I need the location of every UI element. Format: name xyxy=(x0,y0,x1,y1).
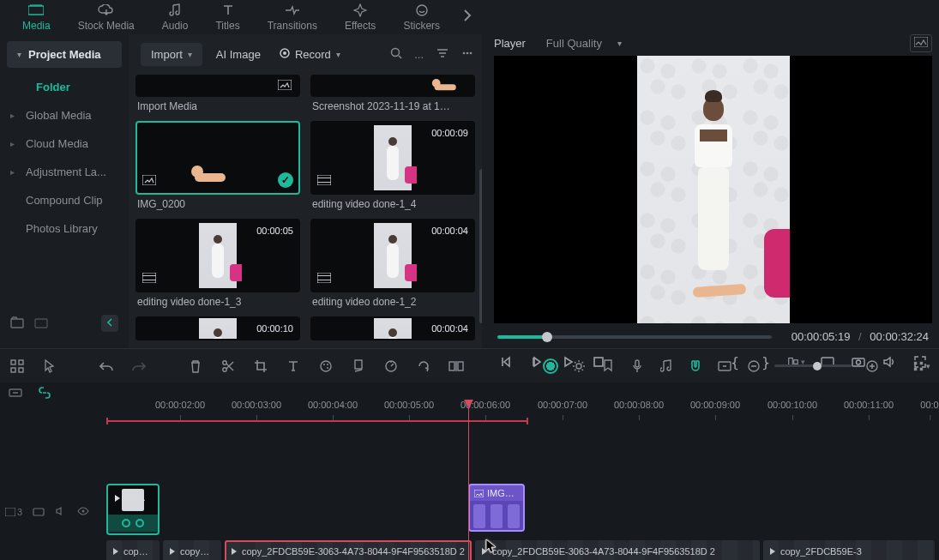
rotate-icon[interactable] xyxy=(415,358,432,375)
timeline-clip[interactable]: cop… xyxy=(106,540,160,560)
marker-icon[interactable] xyxy=(599,358,617,375)
zoom-slider[interactable] xyxy=(774,364,852,367)
auto-enhance-icon[interactable] xyxy=(570,358,587,375)
collapse-sidebar-button[interactable] xyxy=(101,315,118,332)
scissors-icon[interactable] xyxy=(220,358,237,375)
sidebar-item-global-media[interactable]: ▸ Global Media xyxy=(0,101,129,129)
thumbnail-content xyxy=(188,164,239,184)
media-item[interactable]: Import Media xyxy=(135,75,300,116)
crop-icon[interactable] xyxy=(252,358,269,375)
media-item[interactable]: 00:00:09 editing video done-1_4 xyxy=(310,121,475,214)
tab-effects[interactable]: Effects xyxy=(331,1,389,33)
sidebar-item-photos-library[interactable]: Photos Library xyxy=(0,214,129,243)
timeline-link-icon[interactable] xyxy=(9,387,22,401)
video-index-icon[interactable]: 3 xyxy=(5,507,22,517)
tab-audio[interactable]: Audio xyxy=(148,1,202,33)
svg-rect-13 xyxy=(317,175,331,185)
media-thumbnail[interactable] xyxy=(310,75,475,97)
chevron-right-icon: ▸ xyxy=(10,167,26,177)
render-icon[interactable] xyxy=(716,358,733,375)
filter-icon[interactable] xyxy=(436,47,449,62)
sidebar-item-adjustment-layer[interactable]: ▸ Adjustment La... xyxy=(0,158,129,186)
new-folder-icon[interactable] xyxy=(10,316,24,331)
media-item[interactable]: 00:00:04 editing video done-1_2 xyxy=(310,219,475,311)
media-thumbnail[interactable]: 00:00:09 xyxy=(310,121,475,195)
prev-frame-button[interactable] xyxy=(497,353,515,370)
track-labels: 3 xyxy=(5,506,89,518)
timeline-clip-selected[interactable]: cop… xyxy=(106,484,160,535)
timeline-clip-image[interactable]: IMG… xyxy=(468,484,525,532)
chevron-down-icon: ▾ xyxy=(336,50,340,59)
timeline-clip[interactable]: copy… xyxy=(163,540,221,560)
more-text[interactable]: ... xyxy=(414,48,424,61)
timeline-ruler[interactable]: 00:00:02:00 00:00:03:00 00:00:04:00 00:0… xyxy=(106,400,939,420)
timeline-clip[interactable]: copy_2FDCB59E-3 xyxy=(763,540,935,560)
zoom-in-icon[interactable] xyxy=(864,358,881,375)
media-icon xyxy=(27,3,45,18)
magnet-icon[interactable] xyxy=(687,358,704,375)
record-button[interactable]: Record ▾ xyxy=(274,45,346,64)
kebab-icon[interactable] xyxy=(461,47,473,62)
media-item[interactable]: Screenshot 2023-11-19 at 1… xyxy=(310,75,475,116)
quality-dropdown[interactable]: Full Quality ▾ xyxy=(546,37,622,50)
progress-slider[interactable] xyxy=(497,335,772,339)
pointer-icon[interactable] xyxy=(41,358,58,375)
chain-icon[interactable] xyxy=(38,387,51,401)
media-scrollbar[interactable] xyxy=(479,169,482,323)
text-tool-icon[interactable] xyxy=(285,358,302,375)
zoom-thumb[interactable] xyxy=(813,362,822,370)
media-thumbnail[interactable]: ✓ xyxy=(135,121,300,195)
keyframe-icon[interactable] xyxy=(350,358,367,375)
track-size-icon[interactable]: ▾ xyxy=(913,358,930,375)
media-thumbnail[interactable]: 00:00:04 xyxy=(310,316,475,340)
sidebar-header[interactable]: ▾ Project Media xyxy=(7,41,122,68)
redo-icon[interactable] xyxy=(130,358,147,375)
import-button[interactable]: Import ▾ xyxy=(141,43,202,66)
media-thumbnail[interactable]: 00:00:04 xyxy=(310,219,475,292)
color-icon[interactable] xyxy=(317,358,334,375)
media-item[interactable]: 00:00:10 xyxy=(135,316,300,340)
media-thumbnail[interactable]: 00:00:10 xyxy=(135,316,300,340)
media-item[interactable]: 00:00:05 editing video done-1_3 xyxy=(135,219,300,311)
preview-viewport[interactable] xyxy=(494,56,932,323)
ruler-tick: 00:00:05:00 xyxy=(384,400,434,410)
mic-icon[interactable] xyxy=(629,358,646,375)
timeline-clip[interactable]: copy_2FDCB59E-3063-4A73-8044-9F4F9563518… xyxy=(475,540,760,560)
media-thumbnail[interactable]: 00:00:05 xyxy=(135,219,300,292)
sidebar-item-compound-clip[interactable]: Compound Clip xyxy=(0,186,129,214)
thumbnail-content xyxy=(199,316,237,340)
zoom-out-icon[interactable] xyxy=(745,358,762,375)
speed-icon[interactable] xyxy=(382,358,400,375)
media-name: editing video done-1_4 xyxy=(310,195,475,214)
sidebar-item-folder[interactable]: Folder xyxy=(0,73,129,101)
svg-rect-42 xyxy=(458,362,463,370)
ai-image-button[interactable]: AI Image xyxy=(211,45,266,64)
media-thumbnail[interactable] xyxy=(135,75,300,97)
media-item[interactable]: 00:00:04 xyxy=(310,316,475,340)
tab-stock-media[interactable]: Stock Media xyxy=(64,1,148,33)
search-icon[interactable] xyxy=(390,47,402,62)
snapshot-icon[interactable] xyxy=(910,34,932,52)
tabs-forward-button[interactable] xyxy=(454,8,481,27)
tab-titles[interactable]: Titles xyxy=(202,1,253,33)
folder-icon[interactable] xyxy=(33,506,45,518)
undo-icon[interactable] xyxy=(98,358,115,375)
skimmer-toggle[interactable] xyxy=(543,358,558,374)
visibility-icon[interactable] xyxy=(77,507,89,517)
sidebar-item-cloud-media[interactable]: ▸ Cloud Media xyxy=(0,129,129,158)
progress-thumb[interactable] xyxy=(542,332,552,342)
media-item[interactable]: ✓ IMG_0200 xyxy=(135,121,300,214)
delete-icon[interactable] xyxy=(187,358,204,375)
grid-icon[interactable] xyxy=(9,358,26,375)
tab-transitions[interactable]: Transitions xyxy=(254,1,331,33)
tab-media[interactable]: Media xyxy=(9,1,64,33)
mute-icon[interactable] xyxy=(55,506,67,518)
folder-icon[interactable] xyxy=(34,316,48,331)
audio-track-icon[interactable] xyxy=(658,358,675,375)
video-icon xyxy=(317,175,331,188)
playhead[interactable] xyxy=(468,401,469,560)
timeline-clip[interactable]: copy_2FDCB59E-3063-4A73-8044-9F4F9563518… xyxy=(225,540,472,560)
selection-range[interactable] xyxy=(106,420,528,422)
split-edit-icon[interactable] xyxy=(448,358,465,375)
tab-stickers[interactable]: Stickers xyxy=(389,1,454,33)
